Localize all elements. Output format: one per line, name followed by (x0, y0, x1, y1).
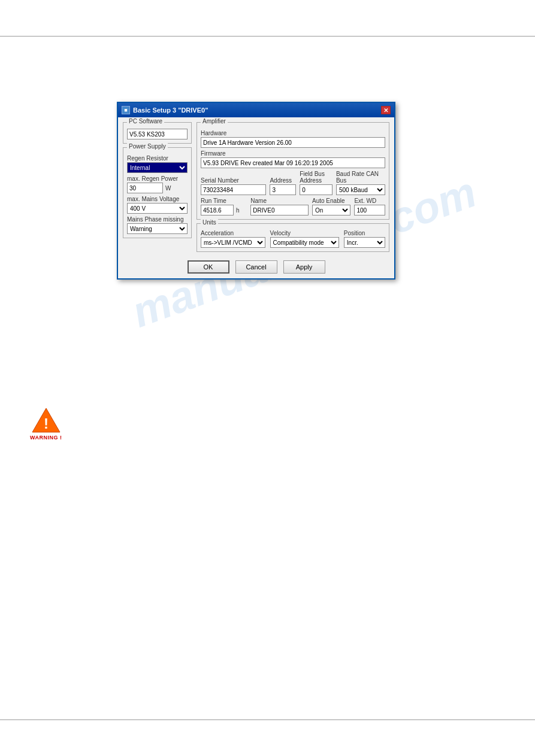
ext-wd-input[interactable] (354, 205, 385, 215)
mains-phase-missing-select[interactable]: Warning Error Ignore (127, 223, 188, 234)
baud-rate-label: Baud Rate CAN Bus (336, 171, 385, 184)
dialog-window: ■ Basic Setup 3 "DRIVE0" ✕ PC Software P… (117, 102, 395, 280)
power-supply-group: Power Supply Regen Resistor Internal Ext… (123, 147, 192, 238)
right-panel: Amplifier Hardware Firmware Serial Numbe… (197, 122, 389, 252)
title-bar-left: ■ Basic Setup 3 "DRIVE0" (122, 106, 208, 114)
hardware-label: Hardware (201, 130, 385, 136)
pc-software-group: PC Software (123, 122, 192, 144)
auto-enable-select[interactable]: On Off (312, 205, 350, 215)
left-panel: PC Software Power Supply Regen Resistor … (123, 122, 192, 252)
address-label: Address (270, 177, 296, 184)
max-mains-voltage-select[interactable]: 400 V 230 V (127, 203, 188, 214)
amplifier-label: Amplifier (201, 118, 228, 125)
ext-wd-label: Ext. WD (354, 198, 385, 204)
mains-phase-missing-label: Mains Phase missing (127, 216, 188, 223)
dialog-icon: ■ (122, 106, 130, 114)
top-rule (0, 36, 535, 37)
auto-enable-label: Auto Enable (312, 198, 350, 204)
name-label: Name (250, 198, 309, 204)
regen-resistor-label: Regen Resistor (127, 155, 188, 162)
warning-area: ! WARNING ! (30, 407, 62, 441)
field-bus-address-input[interactable] (300, 184, 333, 195)
warning-icon: ! (31, 407, 61, 433)
address-input[interactable] (270, 184, 296, 195)
apply-button[interactable]: Apply (283, 260, 325, 274)
title-bar: ■ Basic Setup 3 "DRIVE0" ✕ (118, 103, 394, 117)
run-time-label: Run Time (201, 198, 247, 204)
firmware-label: Firmware (201, 150, 385, 157)
units-label: Units (201, 219, 218, 226)
serial-number-label: Serial Number (201, 177, 266, 184)
pc-software-label: PC Software (127, 118, 164, 125)
cancel-button[interactable]: Cancel (235, 260, 277, 274)
dialog-title: Basic Setup 3 "DRIVE0" (133, 107, 208, 114)
max-regen-power-input[interactable] (127, 183, 163, 193)
max-mains-voltage-label: max. Mains Voltage (127, 196, 188, 202)
name-input[interactable] (250, 205, 309, 215)
acceleration-select[interactable]: ms->VLIM /VCMD rad/s² rpm/s (201, 237, 265, 248)
run-time-unit: h (236, 207, 240, 214)
serial-number-input[interactable] (201, 184, 266, 195)
max-regen-power-label: max. Regen Power (127, 175, 188, 182)
ok-button[interactable]: OK (188, 260, 229, 274)
pc-software-input[interactable] (127, 129, 188, 139)
regen-power-unit: W (165, 185, 171, 192)
dialog-footer: OK Cancel Apply (118, 257, 394, 278)
run-time-input (201, 205, 234, 215)
velocity-label: Velocity (270, 230, 339, 236)
position-label: Position (344, 230, 385, 236)
bottom-rule (0, 719, 535, 720)
field-bus-address-label: Field Bus Address (300, 171, 333, 184)
close-button[interactable]: ✕ (381, 106, 391, 114)
dialog-body: PC Software Power Supply Regen Resistor … (118, 117, 394, 257)
warning-label: WARNING ! (30, 435, 62, 441)
amplifier-group: Amplifier Hardware Firmware Serial Numbe… (197, 122, 389, 220)
baud-rate-select[interactable]: 500 kBaud 250 kBaud 125 kBaud (336, 184, 385, 195)
svg-text:!: ! (44, 415, 49, 432)
power-supply-label: Power Supply (127, 143, 168, 150)
regen-resistor-select[interactable]: Internal External (127, 162, 188, 173)
acceleration-label: Acceleration (201, 230, 265, 236)
units-group: Units Acceleration ms->VLIM /VCMD rad/s²… (197, 223, 389, 252)
firmware-input (201, 157, 385, 168)
position-select[interactable]: Incr. deg rad (344, 237, 385, 248)
hardware-input (201, 137, 385, 148)
velocity-select[interactable]: Compatibility mode rpm rad/s (270, 237, 339, 248)
